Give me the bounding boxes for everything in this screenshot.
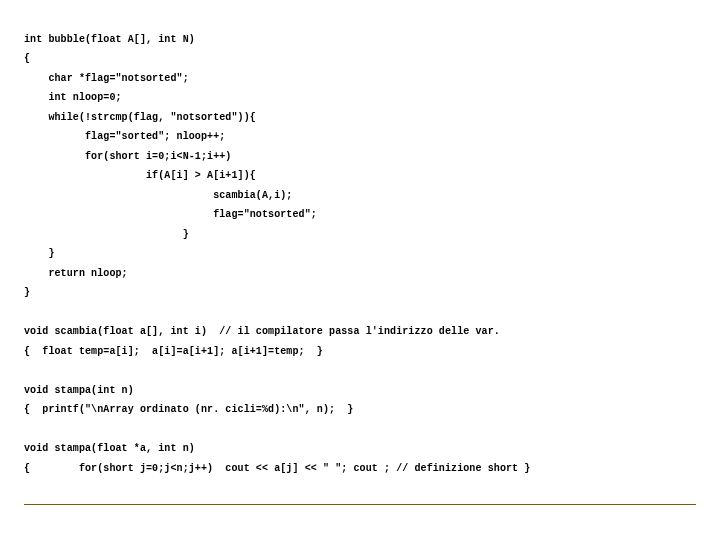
bottom-rule xyxy=(24,504,696,505)
code-line: void scambia(float a[], int i) // il com… xyxy=(24,326,500,337)
code-line: } xyxy=(24,229,189,240)
code-line: int nloop=0; xyxy=(24,92,122,103)
code-line: if(A[i] > A[i+1]){ xyxy=(24,170,256,181)
code-line: { float temp=a[i]; a[i]=a[i+1]; a[i+1]=t… xyxy=(24,346,323,357)
code-line: scambia(A,i); xyxy=(24,190,292,201)
code-line: return nloop; xyxy=(24,268,128,279)
code-block: int bubble(float A[], int N) { char *fla… xyxy=(24,10,696,498)
code-line: while(!strcmp(flag, "notsorted")){ xyxy=(24,112,256,123)
slide: int bubble(float A[], int N) { char *fla… xyxy=(0,0,720,540)
code-line: for(short i=0;i<N-1;i++) xyxy=(24,151,231,162)
code-line: { printf("\nArray ordinato (nr. cicli=%d… xyxy=(24,404,353,415)
code-line: flag="notsorted"; xyxy=(24,209,317,220)
code-line: void stampa(int n) xyxy=(24,385,134,396)
code-line: } xyxy=(24,287,30,298)
code-line: { for(short j=0;j<n;j++) cout << a[j] <<… xyxy=(24,463,530,474)
code-line: char *flag="notsorted"; xyxy=(24,73,189,84)
code-line: void stampa(float *a, int n) xyxy=(24,443,195,454)
code-line: int bubble(float A[], int N) xyxy=(24,34,195,45)
code-line: } xyxy=(24,248,55,259)
code-line: flag="sorted"; nloop++; xyxy=(24,131,225,142)
code-line: { xyxy=(24,53,30,64)
